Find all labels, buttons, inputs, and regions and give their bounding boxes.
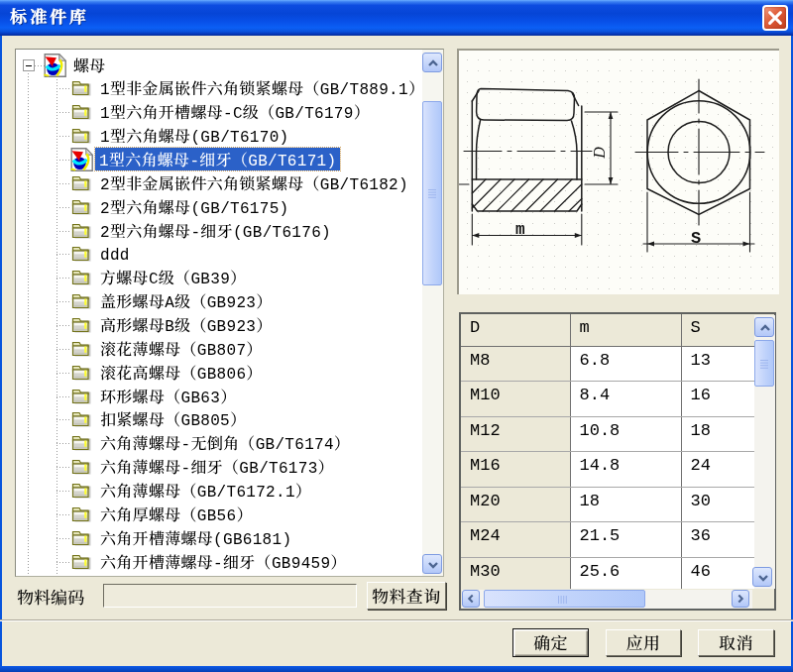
svg-text:D: D	[591, 147, 608, 160]
svg-text:S: S	[691, 229, 701, 248]
svg-text:m: m	[515, 221, 525, 239]
